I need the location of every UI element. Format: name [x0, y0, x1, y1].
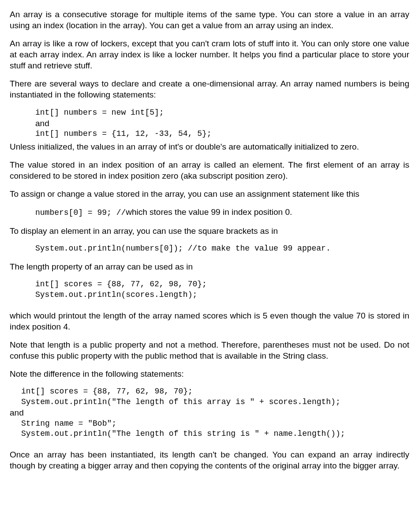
paragraph-public-property: Note that length is a public property an…: [10, 339, 409, 361]
code-scores-init: int[] scores = {88, 77, 62, 98, 70};: [10, 279, 409, 290]
paragraph-printout: which would printout the length of the a…: [10, 310, 409, 332]
paragraph-display: To display an element in an array, you c…: [10, 225, 409, 236]
code-compare-name-print: System.out.println("The length of this s…: [10, 429, 409, 439]
code-compare-scores-print: System.out.println("The length of this a…: [10, 397, 409, 408]
paragraph-element: The value stored in an index position of…: [10, 159, 409, 181]
paragraph-difference: Note the difference in the following sta…: [10, 368, 409, 379]
paragraph-init-zero: Unless initialized, the values in an arr…: [10, 141, 409, 152]
code-block-scores: int[] scores = {88, 77, 62, 98, 70}; Sys…: [10, 279, 409, 300]
code-block-assign: numbers[0] = 99; //which stores the valu…: [10, 206, 409, 218]
code-compare-name: String name = "Bob";: [10, 419, 409, 429]
code-block-declare: int[] numbers = new int[5]; and int[] nu…: [10, 108, 409, 140]
paragraph-lockers: An array is like a row of lockers, excep…: [10, 38, 409, 71]
code-assign-comment: which stores the value 99 in index posit…: [126, 207, 292, 217]
code-block-println: System.out.println(numbers[0]); //to mak…: [10, 244, 409, 254]
paragraph-assign: To assign or change a value stored in th…: [10, 188, 409, 199]
code-block-compare: int[] scores = {88, 77, 62, 98, 70}; Sys…: [10, 386, 409, 439]
paragraph-instantiated: Once an array has been instantiated, its…: [10, 449, 409, 471]
code-and-1: and: [10, 118, 409, 129]
code-init-literal: int[] numbers = {11, 12, -33, 54, 5};: [10, 129, 409, 139]
code-compare-scores-init: int[] scores = {88, 77, 62, 98, 70};: [10, 386, 409, 397]
paragraph-length: The length property of an array can be u…: [10, 261, 409, 272]
code-compare-and: and: [10, 407, 409, 418]
paragraph-declare: There are several ways to declare and cr…: [10, 78, 409, 100]
code-new-int: int[] numbers = new int[5];: [10, 108, 409, 118]
code-scores-length: System.out.println(scores.length);: [10, 290, 409, 300]
paragraph-intro-1: An array is a consecutive storage for mu…: [10, 9, 409, 31]
code-assign-99: numbers[0] = 99; //: [35, 208, 126, 217]
